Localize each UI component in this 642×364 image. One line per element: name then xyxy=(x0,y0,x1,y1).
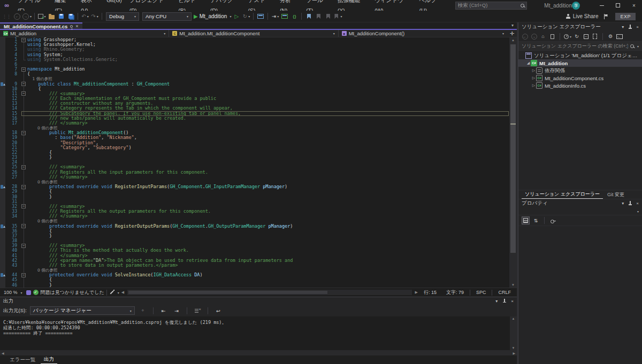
space-indicator[interactable]: SPC xyxy=(472,290,490,295)
glyph-margin[interactable] xyxy=(0,160,5,165)
code-line-5[interactable]: 5using System.Collections.Generic; xyxy=(0,57,509,62)
code-line-22[interactable]: 22 { xyxy=(0,150,509,155)
redo-icon[interactable]: ↷▾ xyxy=(90,12,99,21)
member-dropdown[interactable]: ◆ Mt_additionComponent() ▾ xyxy=(339,30,507,37)
expander-icon[interactable]: ▷ xyxy=(531,83,536,88)
glyph-margin[interactable] xyxy=(0,76,5,81)
code-line-13[interactable]: 13 /// constructor without any arguments… xyxy=(0,101,509,106)
glyph-margin[interactable] xyxy=(0,121,5,126)
glyph-margin[interactable] xyxy=(0,180,5,184)
platform-select[interactable]: Any CPU▾ xyxy=(142,12,192,21)
restore-button[interactable] xyxy=(610,0,626,11)
codelens-row[interactable]: 0 個の参照 xyxy=(0,126,509,130)
fold-toggle-icon[interactable]: − xyxy=(20,204,27,209)
glyph-margin[interactable] xyxy=(0,150,5,155)
find-message-icon[interactable]: ⌖ xyxy=(139,306,147,315)
codelens-row[interactable]: 0 個の参照 xyxy=(0,180,509,184)
glyph-margin[interactable] xyxy=(0,234,5,238)
glyph-margin[interactable] xyxy=(0,170,5,175)
code-surface[interactable]: 1−using Grasshopper;2using Grasshopper.K… xyxy=(0,37,509,288)
tree-item[interactable]: ▷依存関係 xyxy=(518,67,642,74)
glyph-margin[interactable] xyxy=(0,67,5,72)
scrollbar-thumb[interactable] xyxy=(510,44,516,253)
code-line-36[interactable]: 36 { xyxy=(0,229,509,234)
code-line-20[interactable]: 20 "Description", xyxy=(0,141,509,145)
se-search-options-caret[interactable]: ▾ xyxy=(637,44,639,48)
se-collapse-all-icon[interactable]: − xyxy=(582,33,590,41)
se-back-icon[interactable]: ← xyxy=(521,33,529,41)
code-line-28[interactable]: 28− protected override void RegisterInpu… xyxy=(0,184,509,189)
glyph-margin[interactable] xyxy=(0,62,5,67)
output-close-icon[interactable]: × xyxy=(511,299,514,304)
line-ending-indicator[interactable]: CRLF xyxy=(494,290,515,295)
categorize-icon[interactable] xyxy=(522,216,530,224)
se-pending-changes-filter-icon[interactable]: ▾ xyxy=(564,33,571,41)
code-line-4[interactable]: 4using System; xyxy=(0,52,509,57)
glyph-margin[interactable] xyxy=(0,141,5,145)
glyph-margin[interactable] xyxy=(0,101,5,106)
fold-toggle-icon[interactable]: − xyxy=(20,184,27,189)
start-without-debugging-icon[interactable]: ▷ xyxy=(232,12,241,21)
glyph-margin[interactable] xyxy=(0,111,5,116)
se-terminal-icon[interactable]: ›_ xyxy=(616,33,623,41)
bottom-tab-active[interactable]: 出力 xyxy=(41,355,57,364)
output-vertical-scrollbar[interactable]: ▲ ▼ xyxy=(510,316,517,350)
code-line-45[interactable]: 45 { xyxy=(0,277,509,282)
code-line-35[interactable]: 35− protected override void RegisterOutp… xyxy=(0,224,509,229)
output-log[interactable]: C:¥Users¥kenba¥source¥repos¥Mt_addition¥… xyxy=(0,316,510,350)
start-debugging-button[interactable]: ▶Mt_addition▾ xyxy=(194,12,231,21)
code-line-6[interactable]: 6 xyxy=(0,62,509,67)
code-line-18[interactable]: 18− public Mt_additionComponent() xyxy=(0,130,509,135)
glyph-margin[interactable] xyxy=(0,195,5,199)
code-line-21[interactable]: 21 "Category", "Subcategory") xyxy=(0,145,509,150)
glyph-margin[interactable] xyxy=(0,243,5,248)
line-indicator[interactable]: 行: 15 xyxy=(420,289,440,296)
scroll-down-icon[interactable]: ▼ xyxy=(509,283,517,286)
code-line-19[interactable]: 19 : base("Addition", "Nickname", xyxy=(0,135,509,140)
code-line-11[interactable]: 11− /// <summary> xyxy=(0,91,509,96)
save-all-icon[interactable] xyxy=(66,12,75,21)
minimize-button[interactable] xyxy=(594,0,610,11)
glyph-margin[interactable] xyxy=(0,273,5,277)
tree-item[interactable]: ▷C#Mt_additionInfo.cs xyxy=(518,82,642,89)
glyph-margin[interactable] xyxy=(0,165,5,169)
quick-search-box[interactable]: 検索 (Ctrl+Q) xyxy=(455,2,528,10)
glyph-margin[interactable] xyxy=(0,268,5,273)
properties-window-menu-icon[interactable]: ▾ xyxy=(622,201,624,206)
glyph-margin[interactable] xyxy=(0,219,5,223)
undo-icon[interactable]: ↶▾ xyxy=(81,12,89,21)
navigate-forward-icon[interactable]: →▾ xyxy=(22,12,32,21)
experimental-instance-badge[interactable]: EXP xyxy=(615,13,636,20)
code-line-27[interactable]: 27 /// </summary> xyxy=(0,175,509,180)
se-window-menu-icon[interactable]: ▾ xyxy=(622,25,624,29)
fold-toggle-icon[interactable]: − xyxy=(20,91,27,96)
pin-tab-icon[interactable] xyxy=(70,25,73,28)
code-line-15[interactable]: 15 /// Subcategory the panel. If you use… xyxy=(0,111,509,116)
glyph-margin[interactable] xyxy=(0,184,5,189)
code-line-25[interactable]: 25− /// <summary> xyxy=(0,165,509,169)
code-line-23[interactable]: 23 } xyxy=(0,155,509,160)
inheritance-margin-icon[interactable] xyxy=(1,224,3,228)
se-close-icon[interactable]: × xyxy=(636,25,639,29)
glyph-margin[interactable] xyxy=(0,37,5,42)
next-bookmark-icon[interactable] xyxy=(324,12,332,21)
code-line-16[interactable]: 16 /// new tabs/panels will automaticall… xyxy=(0,116,509,121)
glyph-margin[interactable] xyxy=(0,253,5,258)
properties-close-icon[interactable]: × xyxy=(636,201,639,206)
previous-message-icon[interactable]: ⇤ xyxy=(159,306,168,315)
glyph-margin[interactable] xyxy=(0,199,5,204)
clear-all-icon[interactable] xyxy=(193,306,202,315)
codelens-row[interactable]: 1 個の参照 xyxy=(0,76,509,81)
show-next-statement-icon[interactable]: ⇥▾ xyxy=(271,12,279,21)
glyph-margin[interactable] xyxy=(0,224,5,229)
hot-reload-icon[interactable]: ↻▾ xyxy=(242,12,250,21)
codelens-row[interactable]: 0 個の参照 xyxy=(0,268,509,273)
properties-pin-icon[interactable] xyxy=(628,201,632,206)
fold-toggle-icon[interactable]: − xyxy=(20,130,27,135)
property-pages-icon[interactable] xyxy=(549,216,557,224)
new-project-icon[interactable]: ▾ xyxy=(37,12,46,21)
live-share-button[interactable]: Live Share xyxy=(565,12,599,21)
code-line-43[interactable]: 43 /// to store data in output parameter… xyxy=(0,263,509,268)
hscroll-right-icon[interactable]: ▶ xyxy=(415,290,418,295)
glyph-margin[interactable] xyxy=(0,238,5,243)
